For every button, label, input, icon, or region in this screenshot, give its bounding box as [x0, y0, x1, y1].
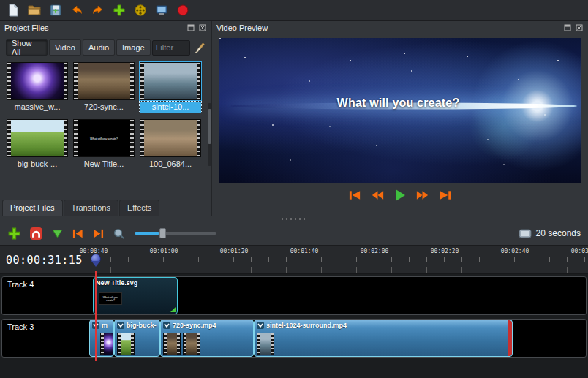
skip-to-end-icon[interactable] — [438, 189, 452, 201]
left-dock-tabs: Project Files Transitions Effects — [0, 197, 211, 216]
media-label: 100_0684... — [140, 159, 201, 170]
playhead-timecode: 00:00:31:15 — [6, 254, 83, 267]
media-grid: massive_w... 720-sync... sintel-10... bi… — [0, 59, 211, 197]
media-label: New Title... — [73, 159, 135, 170]
clip-label: New Title.svg — [96, 279, 137, 287]
clip-label: big-buck- — [127, 322, 157, 329]
media-item-big-buck[interactable]: big-buck-... — [7, 119, 68, 174]
splitter-handle-dots — [280, 218, 308, 220]
media-item-sintel[interactable]: sintel-10... — [140, 62, 201, 117]
clip-label: sintel-1024-surround.mp4 — [266, 322, 347, 329]
timeline-clip-sintel[interactable]: sintel-1024-surround.mp4 — [254, 320, 513, 357]
playhead-marker[interactable] — [90, 254, 101, 267]
snapping-toggle-icon[interactable] — [29, 227, 43, 241]
files-vertical-scrollbar[interactable] — [208, 103, 211, 166]
skip-to-start-icon[interactable] — [348, 189, 362, 201]
tab-project-files[interactable]: Project Files — [2, 200, 63, 216]
fullscreen-icon[interactable] — [154, 3, 169, 18]
project-files-title: Project Files — [4, 23, 49, 32]
media-label: 720-sync... — [73, 102, 135, 113]
add-track-icon[interactable] — [7, 227, 21, 241]
playhead-line — [95, 271, 97, 361]
close-panel-icon[interactable] — [198, 23, 207, 32]
choose-profile-icon[interactable] — [133, 3, 148, 18]
track-name: Track 4 — [2, 277, 586, 292]
media-item-new-title[interactable]: What will you create? New Title... — [73, 119, 135, 174]
tab-transitions[interactable]: Transitions — [64, 200, 118, 216]
video-frame — [219, 38, 581, 183]
ruler-subticks — [110, 267, 588, 273]
next-marker-icon[interactable] — [92, 228, 105, 239]
files-vertical-scroll-thumb[interactable] — [208, 109, 211, 144]
filter-audio-button[interactable]: Audio — [83, 39, 115, 56]
filter-image-button[interactable]: Image — [116, 39, 151, 56]
filter-show-all-button[interactable]: Show All — [6, 39, 48, 56]
track-4-lane: Track 4 New Title.svg What will you crea… — [1, 276, 587, 315]
export-video-icon[interactable] — [176, 3, 190, 18]
video-preview-title: Video Preview — [216, 23, 268, 32]
video-preview-header: Video Preview — [212, 21, 588, 34]
timeline-clip-720-sync[interactable]: 720-sync.mp4 — [160, 320, 254, 357]
media-item-massive[interactable]: massive_w... — [7, 62, 68, 117]
clip-corner-handle — [170, 307, 176, 312]
media-label: sintel-10... — [140, 102, 201, 113]
undo-icon[interactable] — [69, 3, 84, 18]
previous-marker-icon[interactable] — [72, 228, 84, 239]
add-marker-icon[interactable] — [51, 228, 64, 239]
timeline-clip-new-title[interactable]: New Title.svg What will you create? — [93, 277, 178, 314]
clip-chevron-icon — [117, 322, 124, 329]
zoom-slider-handle[interactable] — [159, 228, 166, 238]
zoom-icon[interactable] — [113, 227, 125, 240]
timeline-ruler[interactable]: 00:00:40 00:01:00 00:01:20 00:01:40 00:0… — [73, 246, 588, 273]
tracks-region: Track 4 New Title.svg What will you crea… — [0, 274, 588, 378]
clip-label: 720-sync.mp4 — [173, 322, 216, 329]
redo-icon[interactable] — [91, 3, 105, 18]
project-files-header: Project Files — [0, 21, 211, 34]
save-project-icon[interactable] — [48, 3, 63, 18]
zoom-scale-icon — [519, 227, 532, 239]
clip-chevron-icon — [163, 322, 170, 329]
timeline-panel: 20 seconds 00:00:31:15 00:00:40 00:01:00… — [0, 222, 588, 378]
horizontal-splitter[interactable] — [0, 216, 588, 222]
ruler-label: 00:01:00 — [150, 248, 178, 254]
close-panel-icon[interactable] — [575, 23, 584, 32]
clip-trim-handle[interactable] — [508, 320, 512, 356]
fast-forward-icon[interactable] — [415, 189, 429, 201]
playback-controls — [212, 189, 588, 202]
stars-decoration — [219, 38, 221, 39]
ruler-label: 00:02:20 — [431, 248, 459, 254]
new-project-icon[interactable] — [6, 3, 20, 18]
ruler-label: 00:01:40 — [290, 248, 319, 254]
float-panel-icon[interactable] — [186, 23, 195, 32]
media-label: massive_w... — [7, 102, 68, 113]
ruler-label: 00:01:20 — [220, 248, 249, 254]
video-overlay-text: What will you create? — [337, 97, 460, 110]
media-item-100-0684[interactable]: 100_0684... — [140, 119, 201, 174]
openshot-window: Project Files Show All Video Audio Image — [0, 0, 588, 378]
filter-video-button[interactable]: Video — [49, 39, 81, 56]
clear-filter-brush-icon[interactable] — [192, 39, 207, 56]
track-3-lane: Track 3 m big-buck- — [1, 319, 587, 358]
import-files-icon[interactable] — [112, 3, 127, 18]
timeline-clip-big-buck[interactable]: big-buck- — [114, 320, 160, 357]
zoom-slider[interactable] — [135, 232, 216, 235]
project-files-panel: Project Files Show All Video Audio Image — [0, 21, 212, 216]
tab-effects[interactable]: Effects — [119, 200, 159, 216]
media-item-720-sync[interactable]: 720-sync... — [73, 62, 135, 117]
media-label: big-buck-... — [7, 159, 68, 170]
rewind-icon[interactable] — [371, 189, 385, 201]
ruler-label: 00:02:40 — [501, 248, 529, 254]
zoom-slider-fill — [135, 232, 159, 235]
clip-label: m — [102, 322, 108, 329]
ruler-ticks — [93, 257, 588, 262]
zoom-scale-label: 20 seconds — [536, 228, 581, 238]
play-icon[interactable] — [393, 189, 407, 202]
filter-input[interactable] — [152, 40, 190, 56]
main-toolbar — [0, 0, 588, 21]
float-panel-icon[interactable] — [563, 23, 572, 32]
open-project-icon[interactable] — [27, 3, 42, 18]
timeline-clip-massive[interactable]: m — [89, 320, 114, 357]
timeline-ruler-row: 00:00:31:15 00:00:40 00:01:00 00:01:20 0… — [0, 245, 588, 274]
ruler-label: 00:02:00 — [361, 248, 389, 254]
ruler-label: 00:03:00 — [571, 248, 588, 254]
